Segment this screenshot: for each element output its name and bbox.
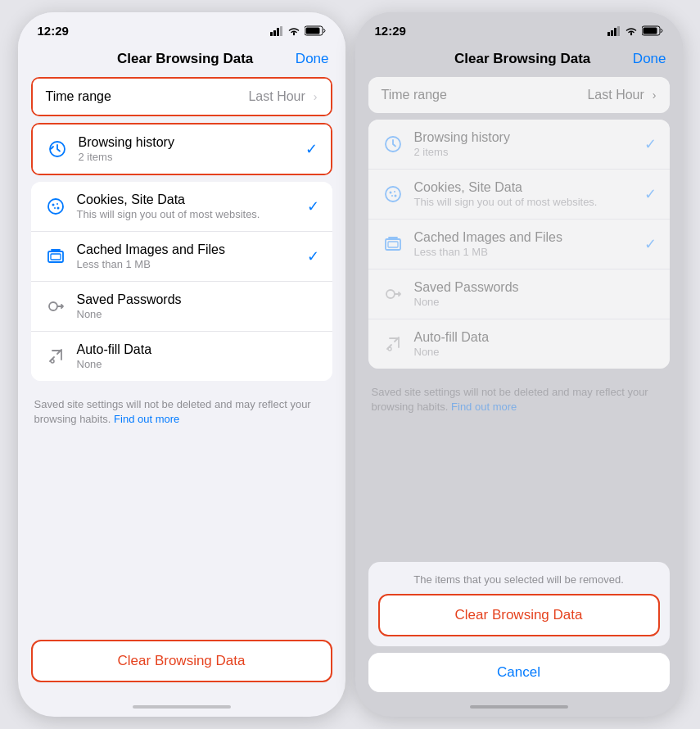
passwords-subtitle: None (77, 308, 319, 320)
browsing-history-title: Browsing history (79, 135, 305, 150)
status-time-left: 12:29 (38, 24, 69, 38)
time-range-value: Last Hour (248, 89, 305, 104)
cookies-subtitle-right: This will sign you out of most websites. (414, 196, 644, 208)
browsing-history-subtitle-right: 2 items (414, 146, 644, 158)
svg-point-10 (56, 203, 58, 205)
cache-icon-right (382, 233, 404, 256)
browsing-history-title-right: Browsing history (414, 130, 644, 145)
history-icon-right (382, 133, 404, 156)
items-card-left: Cookies, Site Data This will sign you ou… (31, 182, 332, 381)
svg-point-32 (386, 290, 395, 298)
password-icon-right (382, 283, 404, 306)
autofill-subtitle: None (77, 358, 319, 370)
signal-icon-right (607, 26, 621, 36)
svg-rect-6 (305, 28, 319, 34)
browsing-history-text: Browsing history 2 items (79, 135, 305, 163)
modal-cancel-btn[interactable]: Cancel (368, 653, 670, 692)
cookies-right-right: ✓ (644, 185, 657, 203)
history-icon (46, 138, 69, 161)
svg-rect-3 (280, 26, 282, 36)
modal-info-text: The items that you selected will be remo… (368, 562, 670, 594)
svg-point-8 (48, 199, 63, 214)
passwords-text-right: Saved Passwords None (414, 280, 657, 308)
status-bar-right: 12:29 (355, 12, 683, 44)
time-range-label-group-right: Time range (382, 88, 588, 102)
bottom-btn-area-left: Clear Browsing Data (18, 632, 345, 699)
check-icon-right: ✓ (644, 185, 657, 203)
nav-title-left: Clear Browsing Data (117, 51, 253, 67)
footer-link-right: Find out more (451, 401, 517, 413)
browsing-history-subtitle: 2 items (79, 151, 305, 163)
cookies-text-right: Cookies, Site Data This will sign you ou… (414, 180, 644, 208)
modal-cancel-wrap: Cancel (368, 653, 670, 692)
check-icon: ✓ (307, 247, 319, 265)
svg-rect-18 (611, 30, 613, 36)
autofill-text: Auto-fill Data None (77, 342, 319, 370)
status-icons-left (270, 25, 326, 36)
browsing-history-row-right: Browsing history 2 items ✓ (368, 120, 670, 170)
time-range-highlighted: Time range Last Hour › (31, 77, 332, 116)
svg-point-15 (49, 302, 57, 310)
svg-rect-17 (607, 32, 610, 36)
autofill-title-right: Auto-fill Data (414, 330, 657, 345)
time-range-right: Last Hour › (248, 89, 317, 104)
svg-point-29 (394, 195, 396, 197)
svg-point-27 (394, 191, 395, 192)
nav-bar-left: Clear Browsing Data Done (18, 44, 345, 77)
cookies-right: ✓ (307, 197, 319, 215)
browsing-history-row[interactable]: Browsing history 2 items ✓ (33, 125, 331, 174)
time-range-right-right: Last Hour › (587, 88, 656, 102)
autofill-icon-right (382, 333, 404, 355)
svg-point-11 (54, 207, 56, 209)
cache-subtitle-right: Less than 1 MB (414, 246, 644, 258)
time-range-value-right: Last Hour (587, 88, 644, 102)
svg-point-4 (292, 33, 294, 34)
cookies-row[interactable]: Cookies, Site Data This will sign you ou… (31, 182, 332, 232)
cookies-title-right: Cookies, Site Data (414, 180, 644, 195)
svg-rect-23 (643, 28, 657, 34)
chevron-icon: › (314, 90, 318, 103)
wifi-icon-right (625, 26, 638, 36)
bh-right-right: ✓ (644, 135, 657, 153)
autofill-row[interactable]: Auto-fill Data None (31, 332, 332, 381)
nav-done-right[interactable]: Done (633, 51, 666, 67)
svg-point-28 (391, 195, 393, 197)
modal-clear-btn[interactable]: Clear Browsing Data (378, 594, 660, 636)
cache-row[interactable]: Cached Images and Files Less than 1 MB ✓ (31, 232, 332, 282)
check-icon-right: ✓ (644, 135, 657, 153)
status-time-right: 12:29 (375, 24, 406, 38)
cache-text: Cached Images and Files Less than 1 MB (77, 242, 307, 270)
svg-rect-31 (388, 242, 398, 247)
cache-icon (44, 245, 67, 268)
svg-rect-2 (277, 28, 279, 36)
svg-rect-14 (51, 254, 61, 260)
password-icon (44, 295, 67, 318)
browsing-history-right: ✓ (305, 140, 318, 158)
cookies-text: Cookies, Site Data This will sign you ou… (77, 192, 307, 220)
cache-right-right: ✓ (644, 235, 657, 253)
time-range-row-right: Time range Last Hour › (368, 77, 670, 113)
check-icon-right: ✓ (644, 235, 657, 253)
time-range-card-right: Time range Last Hour › (368, 77, 670, 113)
time-range-label: Time range (46, 89, 111, 103)
wifi-icon (287, 26, 300, 36)
time-range-label-right: Time range (382, 88, 447, 102)
footer-link-left[interactable]: Find out more (114, 413, 179, 425)
autofill-text-right: Auto-fill Data None (414, 330, 657, 358)
autofill-icon (44, 345, 67, 368)
status-icons-right (607, 25, 663, 36)
autofill-subtitle-right: None (414, 346, 657, 358)
cookies-title: Cookies, Site Data (77, 192, 307, 207)
content-left: Time range Last Hour › Br (18, 77, 345, 632)
svg-point-9 (52, 204, 54, 206)
passwords-row[interactable]: Saved Passwords None (31, 282, 332, 332)
svg-point-21 (630, 33, 631, 34)
nav-done-left[interactable]: Done (296, 51, 329, 67)
chevron-icon-right: › (653, 88, 657, 102)
cache-title-right: Cached Images and Files (414, 230, 644, 245)
left-phone: 12:29 Clear Browsing Data (18, 12, 345, 717)
time-range-row[interactable]: Time range Last Hour › (33, 79, 331, 115)
battery-icon (305, 25, 326, 36)
modal-clear-btn-wrap: Clear Browsing Data (368, 594, 670, 646)
clear-btn-left[interactable]: Clear Browsing Data (31, 640, 332, 682)
